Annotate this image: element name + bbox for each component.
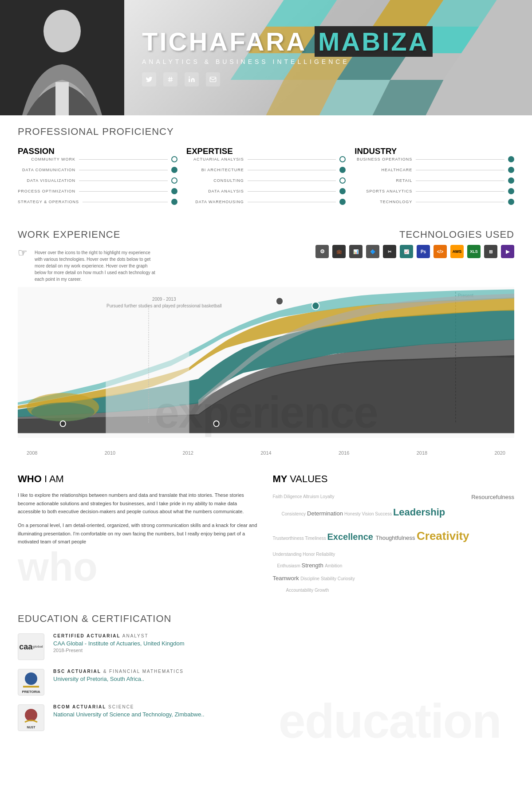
experience-watermark: experience bbox=[18, 387, 514, 438]
education-watermark: education bbox=[279, 692, 501, 740]
passion-col: PASSION COMMUNITY WORK DATA COMMUNICATIO… bbox=[18, 146, 177, 209]
work-hint: Hover over the icons to the right to hig… bbox=[35, 249, 159, 283]
work-title: WORK EXPERIENCE bbox=[18, 229, 159, 240]
tech-icon-aws[interactable]: AWS bbox=[450, 245, 464, 258]
tech-icon-3[interactable]: 📊 bbox=[349, 245, 363, 258]
edu-container: caa global CERTIFIED ACTUARIAL ANALYST C… bbox=[18, 625, 514, 740]
tech-icon-2[interactable]: 💼 bbox=[332, 245, 346, 258]
proficiency-grid: PASSION COMMUNITY WORK DATA COMMUNICATIO… bbox=[18, 146, 514, 209]
tech-icon-vs[interactable]: ▶ bbox=[501, 245, 514, 258]
passion-item-3: DATA VISUALIZATION bbox=[18, 177, 177, 184]
tech-icon-xls[interactable]: XLS bbox=[467, 245, 481, 258]
stream-chart: experience Present bbox=[18, 287, 514, 456]
edu-item-2: PRETORIA BSC ACTUARIAL & FINANCIAL MATHE… bbox=[18, 669, 514, 696]
values-cloud: Faith Diligence Altruism Loyalty Resourc… bbox=[273, 491, 515, 595]
svg-point-32 bbox=[25, 672, 37, 685]
passion-item-4: PROCESS OPTIMIZATION bbox=[18, 188, 177, 194]
work-header: WORK EXPERIENCE ☞ Hover over the icons t… bbox=[18, 229, 514, 283]
header-photo bbox=[0, 0, 124, 115]
tech-icon-ps[interactable]: Ps bbox=[417, 245, 430, 258]
svg-point-36 bbox=[25, 709, 37, 721]
edu-logo-nust: NUST bbox=[18, 704, 44, 731]
expertise-col: EXPERTISE ACTUARIAL ANALYSIS BI ARCHITEC… bbox=[186, 146, 346, 209]
who-para2: On a personal level, I am detail-oriente… bbox=[18, 521, 260, 546]
tech-icon-grid[interactable]: ⊞ bbox=[484, 245, 497, 258]
chart-annotation: 2009 - 2013 Pursued further studies and … bbox=[106, 296, 222, 309]
tech-icon-5[interactable]: ✂ bbox=[383, 245, 396, 258]
svg-point-18 bbox=[189, 76, 190, 78]
tech-icon-1[interactable]: ⚙ bbox=[315, 245, 329, 258]
edu-info-3: BCOM ACTUARIAL SCIENCE National Universi… bbox=[53, 704, 205, 719]
who-watermark: who bbox=[18, 547, 260, 587]
header-subtitle: ANALYTICS & BUSINESS INTELLIGENCE bbox=[142, 58, 532, 65]
tech-icons: ⚙ 💼 📊 🔷 ✂ 📈 Ps </> AWS XLS ⊞ ▶ bbox=[315, 245, 514, 258]
passion-item-5: STRATEGY & OPERATIONS bbox=[18, 199, 177, 205]
who-values-section: WHO I AM I like to explore the relations… bbox=[0, 464, 532, 604]
hover-icon: ☞ bbox=[18, 247, 28, 283]
svg-point-1 bbox=[43, 10, 81, 52]
svg-point-29 bbox=[276, 297, 283, 305]
industry-col: INDUSTRY BUSINESS OPERATIONS HEALTHCARE … bbox=[355, 146, 514, 209]
svg-point-28 bbox=[312, 302, 319, 310]
hashtag-icon[interactable] bbox=[163, 72, 177, 86]
edu-info-1: CERTIFIED ACTUARIAL ANALYST CAA Global -… bbox=[53, 633, 185, 653]
who-para1: I like to explore the relationships betw… bbox=[18, 491, 260, 516]
passion-title: PASSION bbox=[18, 146, 177, 156]
svg-text:NUST: NUST bbox=[27, 726, 35, 729]
values-title: MY VALUES bbox=[273, 473, 515, 485]
education-section: EDUCATION & CERTIFICATION caa global CER… bbox=[0, 604, 532, 749]
who-title: WHO I AM bbox=[18, 473, 260, 485]
tech-area: TECHNOLOGIES USED ⚙ 💼 📊 🔷 ✂ 📈 Ps </> AWS… bbox=[315, 229, 514, 258]
work-title-area: WORK EXPERIENCE ☞ Hover over the icons t… bbox=[18, 229, 159, 283]
edu-item-1: caa global CERTIFIED ACTUARIAL ANALYST C… bbox=[18, 633, 514, 660]
edu-info-2: BSC ACTUARIAL & FINANCIAL MATHEMATICS Un… bbox=[53, 669, 184, 683]
svg-text:PRETORIA: PRETORIA bbox=[22, 690, 40, 694]
svg-rect-19 bbox=[210, 77, 216, 82]
skill-line bbox=[79, 159, 168, 160]
industry-title: INDUSTRY bbox=[355, 146, 514, 156]
header-name: TICHAFARA MABIZA bbox=[142, 29, 532, 55]
email-icon[interactable] bbox=[206, 72, 220, 86]
header-right: TICHAFARA MABIZA ANALYTICS & BUSINESS IN… bbox=[124, 0, 532, 115]
svg-rect-2 bbox=[55, 82, 69, 115]
passion-item-2: DATA COMMUNICATION bbox=[18, 167, 177, 173]
header: TICHAFARA MABIZA ANALYTICS & BUSINESS IN… bbox=[0, 0, 532, 115]
header-social bbox=[142, 72, 532, 86]
tech-title: TECHNOLOGIES USED bbox=[315, 229, 514, 240]
svg-rect-33 bbox=[23, 686, 39, 688]
expertise-title: EXPERTISE bbox=[186, 146, 346, 156]
skill-dot bbox=[171, 156, 177, 162]
education-title: EDUCATION & CERTIFICATION bbox=[18, 613, 514, 625]
tech-icon-4[interactable]: 🔷 bbox=[366, 245, 379, 258]
proficiency-title: PROFESSIONAL PROFICIENCY bbox=[18, 126, 514, 138]
work-section: WORK EXPERIENCE ☞ Hover over the icons t… bbox=[0, 220, 532, 464]
who-am-i: WHO I AM I like to explore the relations… bbox=[18, 473, 260, 595]
tech-icon-code[interactable]: </> bbox=[433, 245, 447, 258]
twitter-icon[interactable] bbox=[142, 72, 156, 86]
tech-icon-bar[interactable]: 📈 bbox=[400, 245, 413, 258]
edu-logo-caa: caa global bbox=[18, 633, 44, 660]
skill-label: COMMUNITY WORK bbox=[18, 157, 75, 161]
work-hint-row: ☞ Hover over the icons to the right to h… bbox=[18, 245, 159, 283]
passion-item-1: COMMUNITY WORK bbox=[18, 156, 177, 162]
linkedin-icon[interactable] bbox=[185, 72, 199, 86]
my-values: MY VALUES Faith Diligence Altruism Loyal… bbox=[273, 473, 515, 595]
proficiency-section: PROFESSIONAL PROFICIENCY PASSION COMMUNI… bbox=[0, 115, 532, 220]
edu-logo-up: PRETORIA bbox=[18, 669, 44, 696]
chart-years: 2008 2010 2012 2014 2016 2018 2020 bbox=[18, 450, 514, 456]
